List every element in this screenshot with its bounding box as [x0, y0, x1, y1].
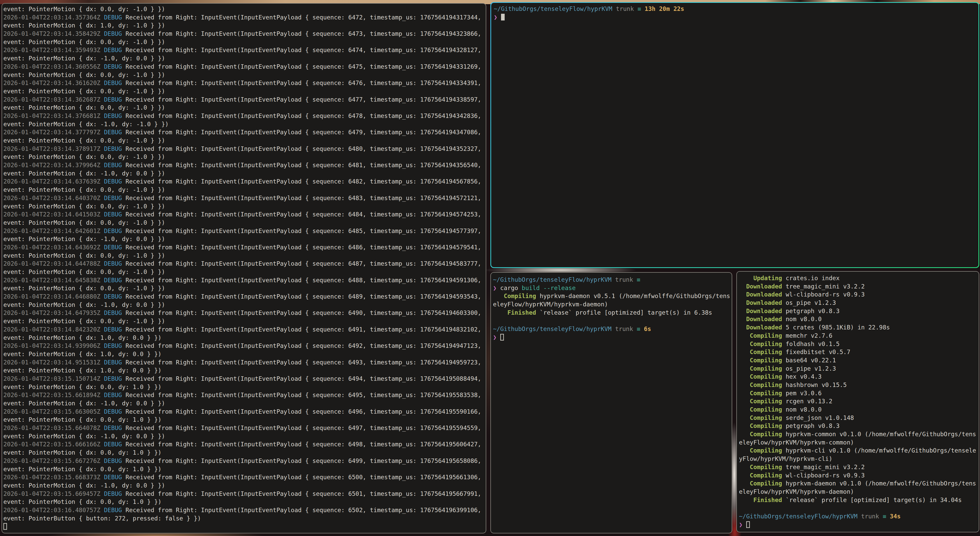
terminal-line: 2026-01-04T22:03:15.661894Z DEBUG Receiv… [3, 391, 486, 400]
terminal-cursor [3, 523, 7, 530]
line-segment: Received from Right: InputEvent(InputEve… [122, 178, 481, 185]
line-segment: crates.io index [782, 275, 840, 281]
line-segment: DEBUG [104, 129, 122, 136]
terminal-line: 2026-01-04T22:03:14.359493Z DEBUG Receiv… [3, 46, 486, 54]
line-segment: Received from Right: InputEvent(InputEve… [122, 129, 481, 136]
terminal-line: Downloaded petgraph v0.8.3 [739, 307, 979, 316]
line-segment: Compiling [739, 357, 782, 364]
terminal-line: eleyFlow/hyprKVM/hyprkvm-daemon) [739, 488, 979, 496]
line-segment: Received from Right: InputEvent(InputEve… [122, 260, 481, 267]
line-segment: hex v0.4.3 [782, 373, 821, 380]
line-segment: DEBUG [104, 375, 122, 382]
line-segment: DEBUG [104, 359, 122, 366]
line-segment: serde_json v1.0.148 [782, 414, 854, 421]
terminal-line: event: PointerMotion { dx: 0.0, dy: -1.0… [3, 252, 486, 260]
terminal-line: 2026-01-04T22:03:15.668373Z DEBUG Receiv… [3, 473, 486, 482]
line-segment: Received from Right: InputEvent(InputEve… [122, 79, 481, 86]
line-segment: 2026-01-04T22:03:14.359493Z [3, 47, 104, 53]
terminal-line: event: PointerMotion { dx: -1.0, dy: 0.0… [3, 400, 486, 408]
line-segment: ❯ [493, 285, 500, 291]
line-segment: wl-clipboard-rs v0.9.3 [782, 291, 865, 298]
terminal-line: Compiling hashbrown v0.15.5 [739, 381, 979, 389]
terminal-line: ❯ [493, 333, 732, 342]
terminal-line: event: PointerMotion { dx: 0.0, dy: -1.0… [3, 284, 486, 293]
terminal-line [493, 317, 732, 325]
line-segment: event: PointerMotion { dx: 0.0, dy: 1.0 … [3, 498, 161, 505]
line-segment: 2026-01-04T22:03:14.643692Z [3, 244, 104, 251]
line-segment: os_pipe v1.2.3 [782, 299, 836, 306]
line-segment: Received from Right: InputEvent(InputEve… [122, 343, 481, 349]
line-segment: event: PointerMotion { dx: -1.0, dy: 0.0… [3, 170, 165, 177]
terminal-line: Downloaded 5 crates (985.1KiB) in 22.98s [739, 324, 979, 332]
line-segment: 2026-01-04T22:03:14.647935Z [3, 309, 104, 316]
terminal-line: 2026-01-04T22:03:14.357364Z DEBUG Receiv… [3, 13, 486, 22]
line-segment: ≡ [637, 276, 640, 283]
line-segment: hyprkvm-common v0.1.0 (/home/mfwolffe/Gi… [782, 431, 976, 438]
line-segment: 2026-01-04T22:03:14.640370Z [3, 195, 104, 201]
line-segment: DEBUG [104, 277, 122, 284]
line-segment: Received from Right: InputEvent(InputEve… [122, 441, 481, 448]
terminal-line: Compiling rcgen v0.13.2 [739, 397, 979, 406]
line-segment: event: PointerMotion { dx: 0.0, dy: -1.0… [3, 219, 165, 226]
line-segment: nom v8.0.0 [782, 406, 821, 413]
line-segment: DEBUG [104, 343, 122, 349]
terminal-line: eleyFlow/hyprKVM/hyprkvm-daemon) [493, 300, 732, 309]
line-segment: DEBUG [104, 474, 122, 480]
line-segment: DEBUG [104, 260, 122, 267]
line-segment: 34s [886, 513, 900, 520]
terminal-line [3, 523, 486, 531]
line-segment: trunk [858, 513, 883, 520]
active-shell-pane[interactable]: ~/GithubOrgs/tenseleyFlow/hyprKVM trunk … [490, 2, 979, 268]
line-segment: ❯ [493, 334, 500, 341]
terminal-line: 2026-01-04T22:03:14.939906Z DEBUG Receiv… [3, 342, 486, 350]
terminal-cursor [501, 14, 505, 21]
terminal-content: event: PointerMotion { dx: 0.0, dy: -1.0… [2, 4, 486, 533]
line-segment: 2026-01-04T22:03:15.664078Z [3, 425, 104, 431]
terminal-line: 2026-01-04T22:03:15.663005Z DEBUG Receiv… [3, 408, 486, 416]
line-segment: Compiling [739, 447, 782, 454]
terminal-line: 2026-01-04T22:03:14.378917Z DEBUG Receiv… [3, 145, 486, 153]
line-segment: Downloaded [739, 299, 782, 306]
terminal-content: ~/GithubOrgs/tenseleyFlow/hyprKVM trunk … [491, 3, 978, 267]
line-segment: 2026-01-04T22:03:14.358429Z [3, 30, 104, 37]
line-segment: Received from Right: InputEvent(InputEve… [122, 375, 481, 382]
line-segment: ❯ [739, 521, 746, 528]
line-segment: 2026-01-04T22:03:14.377797Z [3, 129, 104, 136]
terminal-line: event: PointerMotion { dx: 0.0, dy: -1.0… [3, 71, 486, 79]
terminal-line: Compiling petgraph v0.8.3 [739, 422, 979, 430]
terminal-line: 2026-01-04T22:03:14.647935Z DEBUG Receiv… [3, 309, 486, 317]
line-segment: tree_magic_mini v3.2.2 [782, 464, 865, 471]
line-segment: 2026-01-04T22:03:14.939906Z [3, 343, 104, 349]
terminal-line: 2026-01-04T22:03:14.360556Z DEBUG Receiv… [3, 63, 486, 71]
line-segment: Received from Right: InputEvent(InputEve… [122, 309, 481, 316]
line-segment: pem v3.0.6 [782, 390, 821, 396]
terminal-line: Compiling serde_json v1.0.148 [739, 414, 979, 422]
terminal-line: Compiling hyprkvm-cli v0.1.0 (/home/mfwo… [739, 447, 979, 455]
line-segment: 2026-01-04T22:03:14.379964Z [3, 162, 104, 168]
line-segment: DEBUG [104, 441, 122, 448]
terminal-line: event: PointerMotion { dx: 1.0, dy: -1.0… [3, 22, 486, 30]
terminal-line: event: PointerMotion { dx: 0.0, dy: -1.0… [3, 87, 486, 96]
line-segment: event: PointerMotion { dx: 1.0, dy: -1.0… [3, 22, 165, 29]
cargo-compile-terminal-pane[interactable]: Updating crates.io index Downloaded tree… [737, 271, 979, 532]
line-segment: Compiling [739, 332, 782, 339]
terminal-line: Compiling wl-clipboard-rs v0.9.3 [739, 471, 979, 480]
terminal-line: Compiling fixedbitset v0.5.7 [739, 348, 979, 356]
line-segment: cargo [500, 285, 522, 291]
line-segment: fixedbitset v0.5.7 [782, 349, 850, 355]
line-segment: trunk [612, 5, 638, 12]
line-segment: DEBUG [104, 244, 122, 251]
line-segment: Received from Right: InputEvent(InputEve… [122, 96, 481, 103]
line-segment: Received from Right: InputEvent(InputEve… [122, 425, 481, 431]
terminal-line: Compiling hex v0.4.3 [739, 373, 979, 381]
cargo-build-terminal-pane[interactable]: ~/GithubOrgs/tenseleyFlow/hyprKVM trunk … [490, 272, 732, 533]
daemon-debug-log-pane[interactable]: event: PointerMotion { dx: 0.0, dy: -1.0… [2, 3, 486, 533]
line-segment: 13h 20m 22s [641, 5, 684, 12]
line-segment: Compiling [739, 431, 782, 438]
terminal-line: 2026-01-04T22:03:14.641503Z DEBUG Receiv… [3, 211, 486, 219]
line-segment: Received from Right: InputEvent(InputEve… [122, 490, 481, 497]
line-segment: Received from Right: InputEvent(InputEve… [122, 359, 481, 366]
line-segment: event: PointerMotion { dx: 1.0, dy: 0.0 … [3, 335, 161, 341]
line-segment: hyprkvm-daemon v0.5.1 (/home/mfwolffe/Gi… [536, 293, 730, 299]
line-segment: 2026-01-04T22:03:14.842320Z [3, 326, 104, 333]
